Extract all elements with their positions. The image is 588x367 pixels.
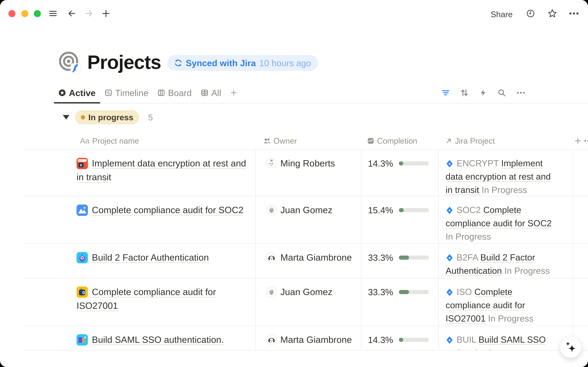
jira-logo-icon [446, 160, 454, 168]
owner-cell[interactable]: Juan Gomez [255, 196, 361, 243]
filter-icon[interactable] [442, 89, 450, 97]
add-column-button[interactable] [573, 133, 588, 149]
status-dot-icon [81, 115, 85, 119]
page-title: Projects [87, 51, 161, 73]
column-header-completion[interactable]: Completion [361, 133, 438, 149]
favorite-star-icon[interactable] [548, 9, 556, 17]
project-name-cell[interactable]: Implement data encryption at rest and in… [24, 150, 255, 196]
progress-bar [399, 161, 429, 166]
completion-percent: 33.3% [368, 252, 393, 263]
jira-project-cell[interactable]: SOC2 Complete compliance audit for SOC2 … [438, 196, 573, 243]
group-header: In progress 5 [58, 110, 153, 124]
plus-icon [230, 89, 237, 96]
view-tabs-bar: Active Timeline Board [0, 82, 588, 103]
project-name-cell[interactable]: Build SAML SSO authentication. [24, 326, 255, 350]
back-icon[interactable] [68, 9, 76, 17]
sidebar-menu-icon[interactable] [49, 9, 57, 17]
history-clock-icon[interactable] [526, 9, 534, 17]
empty-cell [573, 196, 588, 243]
jira-project-cell[interactable]: ISO Complete compliance audit for ISO270… [438, 278, 573, 326]
empty-cell [573, 150, 588, 196]
share-button[interactable]: Share [491, 9, 513, 19]
completion-percent: 14.3% [368, 335, 393, 345]
completion-cell[interactable]: 15.4% [361, 196, 438, 243]
people-icon [263, 137, 271, 144]
status-badge[interactable]: In progress [75, 110, 139, 124]
window-close-button[interactable] [8, 10, 16, 17]
table-row: Complete compliance audit for ISO27001 J… [24, 278, 588, 326]
forward-icon[interactable] [85, 9, 93, 17]
automations-bolt-icon[interactable] [479, 89, 487, 97]
notion-ai-button[interactable] [560, 336, 581, 358]
jira-sync-badge[interactable]: Synced with Jira 10 hours ago [167, 55, 318, 71]
column-header-jira-project[interactable]: Jira Project [438, 133, 573, 149]
project-name-cell[interactable]: Build 2 Factor Authentication [24, 244, 255, 278]
jira-project-cell[interactable]: B2FA Build 2 Factor Authentication In Pr… [438, 244, 573, 278]
group-count: 5 [148, 112, 153, 122]
jira-project-cell[interactable]: ENCRYPT Implement data encryption at res… [438, 150, 573, 196]
completion-cell[interactable]: 14.3% [361, 326, 438, 350]
table-icon [201, 89, 208, 96]
column-header-owner[interactable]: Owner [255, 133, 361, 149]
owner-name: Ming Roberts [280, 157, 335, 170]
project-books-icon [76, 334, 88, 346]
plus-icon [574, 137, 581, 144]
more-options-icon[interactable] [569, 12, 577, 20]
project-name-cell[interactable]: Complete compliance audit for SOC2 [24, 196, 255, 243]
jira-logo-icon [446, 254, 454, 262]
sync-icon [174, 59, 182, 67]
jira-logo-icon [446, 288, 454, 296]
sparkles-icon [564, 341, 577, 353]
owner-cell[interactable]: Marta Giambrone [255, 244, 361, 278]
owner-cell[interactable]: Juan Gomez [255, 278, 361, 326]
tab-label: All [211, 88, 221, 98]
owner-name: Juan Gomez [280, 203, 332, 217]
table-row: Build SAML SSO authentication. Marta Gia… [24, 326, 588, 350]
search-icon[interactable] [498, 89, 506, 97]
sort-icon[interactable] [461, 89, 468, 97]
app-window: Share Projects [0, 0, 588, 367]
group-label: In progress [88, 113, 133, 122]
avatar [266, 334, 277, 345]
tab-label: Timeline [115, 88, 148, 98]
window-minimize-button[interactable] [21, 10, 28, 17]
progress-bar [399, 208, 429, 212]
progress-bar [399, 290, 429, 294]
projects-table: Aa Project name Owner Completion [24, 133, 588, 350]
table-header-row: Aa Project name Owner Completion [24, 133, 588, 150]
owner-cell[interactable]: Ming Roberts [255, 150, 361, 196]
board-icon [157, 89, 165, 96]
progress-bar [399, 338, 429, 342]
sync-label: Synced with Jira [186, 58, 256, 68]
completion-cell[interactable]: 33.3% [361, 278, 438, 326]
owner-cell[interactable]: Marta Giambrone [255, 326, 361, 350]
tab-label: Board [168, 88, 192, 98]
jira-logo-icon [446, 206, 454, 214]
project-name-cell[interactable]: Complete compliance audit for ISO27001 [24, 278, 255, 326]
star-circle-icon [58, 89, 66, 96]
tab-label: Active [69, 88, 96, 98]
tab-timeline[interactable]: Timeline [100, 82, 153, 103]
jira-logo-icon [446, 336, 454, 344]
page-header: Projects Synced with Jira 10 hours ago [58, 50, 318, 74]
new-tab-icon[interactable] [102, 9, 110, 17]
view-more-icon[interactable] [517, 92, 525, 94]
collapse-caret-icon[interactable] [63, 115, 69, 120]
arrow-up-right-icon [445, 137, 452, 144]
column-header-project-name[interactable]: Aa Project name [24, 133, 255, 149]
jira-project-cell[interactable]: BUIL Build SAML SSO authentication. In P… [438, 326, 573, 350]
avatar [266, 252, 277, 263]
tab-board[interactable]: Board [153, 82, 196, 103]
completion-cell[interactable]: 33.3% [361, 244, 438, 278]
add-view-button[interactable] [226, 82, 242, 103]
avatar [266, 287, 277, 297]
owner-name: Juan Gomez [280, 285, 332, 299]
page-target-icon[interactable] [58, 50, 81, 74]
completion-cell[interactable]: 14.3% [361, 150, 438, 196]
progress-bar [399, 256, 429, 260]
owner-name: Marta Giambrone [280, 333, 352, 347]
window-zoom-button[interactable] [34, 10, 41, 17]
tab-all[interactable]: All [196, 82, 226, 103]
column-more-icon [584, 140, 588, 142]
tab-active[interactable]: Active [54, 82, 100, 103]
